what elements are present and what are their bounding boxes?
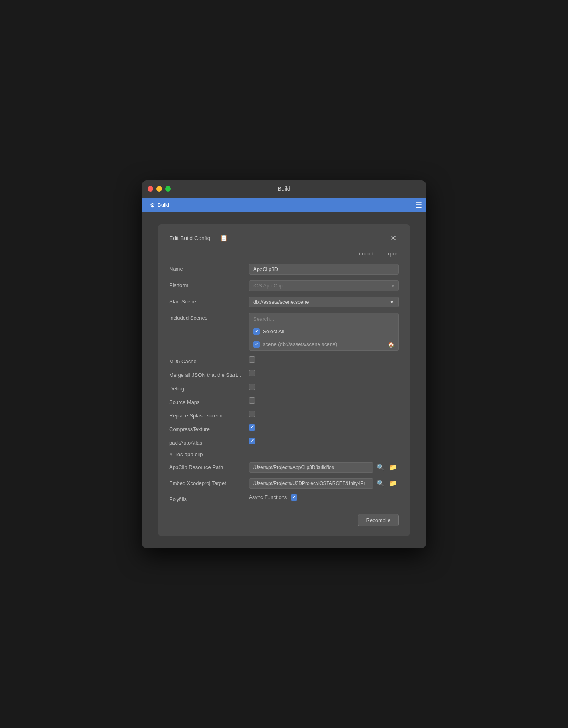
title-bar: Build (142, 180, 426, 198)
pack-auto-atlas-row: packAutoAtlas (169, 438, 399, 446)
platform-select-wrapper: iOS App Clip ▾ (249, 280, 399, 291)
scene-item-label: scene (db://assets/scene.scene) (263, 341, 385, 347)
platform-row: Platform iOS App Clip ▾ (169, 280, 399, 291)
polyfills-checkbox[interactable] (291, 494, 297, 500)
main-window: Build ⚙ Build ☰ Edit Build Config | 📋 ✕ … (142, 180, 426, 548)
dialog: Edit Build Config | 📋 ✕ import | export … (158, 224, 410, 536)
polyfills-value-wrapper: Async Functions (249, 494, 399, 500)
toolbar: ⚙ Build ☰ (142, 198, 426, 212)
close-button[interactable] (148, 186, 153, 192)
debug-control (249, 384, 399, 390)
pack-auto-atlas-checkbox[interactable] (249, 438, 255, 444)
select-all-label: Select All (263, 328, 284, 334)
build-tab-label: Build (158, 202, 169, 208)
dialog-header: Edit Build Config | 📋 ✕ (169, 234, 399, 243)
name-input[interactable] (249, 264, 399, 275)
included-scenes-row: Included Scenes Select All scene (db://a… (169, 313, 399, 351)
md5-cache-row: MD5 Cache (169, 356, 399, 364)
recompile-bar: Recompile (169, 514, 399, 526)
embed-xcodeproj-search-button[interactable]: 🔍 (375, 479, 386, 488)
appclip-resource-path-control: 🔍 📁 (249, 462, 399, 473)
start-scene-value: db://assets/scene.scene (253, 299, 309, 305)
md5-cache-checkbox[interactable] (249, 356, 255, 363)
scene-item-row: scene (db://assets/scene.scene) 🏠 (249, 338, 398, 350)
included-scenes-label: Included Scenes (169, 313, 249, 321)
ios-app-clip-section: ▼ ios-app-clip AppClip Resource Path 🔍 📁 (169, 451, 399, 502)
replace-splash-control (249, 411, 399, 417)
embed-xcodeproj-row: Embed Xcodeproj Target 🔍 📁 (169, 478, 399, 489)
export-button[interactable]: export (385, 251, 399, 257)
dialog-close-button[interactable]: ✕ (388, 234, 399, 243)
minimize-button[interactable] (156, 186, 162, 192)
appclip-resource-folder-button[interactable]: 📁 (388, 463, 399, 472)
scenes-search-input[interactable] (249, 313, 398, 325)
content-area: Edit Build Config | 📋 ✕ import | export … (142, 212, 426, 548)
platform-control: iOS App Clip ▾ (249, 280, 399, 291)
menu-icon[interactable]: ☰ (416, 201, 422, 210)
debug-checkbox[interactable] (249, 384, 255, 390)
compress-texture-row: CompressTexture (169, 424, 399, 432)
appclip-resource-path-input[interactable] (249, 462, 373, 473)
polyfills-label: Polyfills (169, 494, 249, 502)
compress-texture-checkbox[interactable] (249, 424, 255, 431)
start-scene-control: db://assets/scene.scene ▼ (249, 297, 399, 307)
replace-splash-label: Replace Splash screen (169, 411, 249, 419)
source-maps-control (249, 397, 399, 404)
dialog-title-text: Edit Build Config (169, 235, 211, 241)
merge-json-control (249, 370, 399, 376)
appclip-resource-path-label: AppClip Resource Path (169, 462, 249, 470)
recompile-button[interactable]: Recompile (358, 514, 399, 526)
merge-json-label: Merge all JSON that the Start... (169, 370, 249, 378)
embed-xcodeproj-label: Embed Xcodeproj Target (169, 478, 249, 486)
scenes-dropdown: Select All scene (db://assets/scene.scen… (249, 313, 399, 351)
start-scene-row: Start Scene db://assets/scene.scene ▼ (169, 297, 399, 307)
select-all-checkbox[interactable] (253, 328, 260, 335)
import-export-bar: import | export (169, 251, 399, 257)
traffic-lights (148, 186, 171, 192)
source-maps-row: Source Maps (169, 397, 399, 405)
merge-json-checkbox[interactable] (249, 370, 255, 376)
import-button[interactable]: import (359, 251, 373, 257)
start-scene-select[interactable]: db://assets/scene.scene ▼ (249, 297, 399, 307)
title-separator: | (215, 235, 216, 241)
platform-select[interactable]: iOS App Clip ▾ (249, 280, 399, 291)
build-tab[interactable]: ⚙ Build (146, 200, 173, 210)
appclip-resource-path-row: AppClip Resource Path 🔍 📁 (169, 462, 399, 473)
md5-cache-label: MD5 Cache (169, 356, 249, 364)
name-row: Name (169, 264, 399, 275)
scene-home-icon: 🏠 (388, 341, 394, 348)
merge-json-row: Merge all JSON that the Start... (169, 370, 399, 378)
start-scene-label: Start Scene (169, 297, 249, 305)
replace-splash-checkbox[interactable] (249, 411, 255, 417)
source-maps-label: Source Maps (169, 397, 249, 405)
polyfills-control: Async Functions (249, 494, 399, 500)
dialog-config-icon: 📋 (220, 234, 228, 242)
start-scene-arrow-icon: ▼ (389, 299, 394, 305)
platform-value: iOS App Clip (253, 283, 283, 289)
pack-auto-atlas-label: packAutoAtlas (169, 438, 249, 446)
scene-item-checkbox[interactable] (253, 341, 260, 348)
window-title: Build (278, 186, 290, 192)
maximize-button[interactable] (165, 186, 171, 192)
embed-xcodeproj-wrapper: 🔍 📁 (249, 478, 399, 489)
embed-xcodeproj-input[interactable] (249, 478, 373, 489)
compress-texture-control (249, 424, 399, 431)
start-scene-select-wrapper: db://assets/scene.scene ▼ (249, 297, 399, 307)
ios-app-clip-toggle[interactable]: ▼ ios-app-clip (169, 451, 399, 457)
polyfills-row: Polyfills Async Functions (169, 494, 399, 502)
import-export-separator: | (378, 251, 379, 257)
md5-cache-control (249, 356, 399, 363)
build-tab-icon: ⚙ (150, 202, 155, 208)
embed-xcodeproj-control: 🔍 📁 (249, 478, 399, 489)
included-scenes-control: Select All scene (db://assets/scene.scen… (249, 313, 399, 351)
toggle-arrow-icon: ▼ (169, 452, 173, 457)
embed-xcodeproj-folder-button[interactable]: 📁 (388, 479, 399, 488)
appclip-resource-path-wrapper: 🔍 📁 (249, 462, 399, 473)
ios-app-clip-label: ios-app-clip (176, 451, 203, 457)
polyfills-value-label: Async Functions (249, 494, 287, 500)
source-maps-checkbox[interactable] (249, 397, 255, 404)
compress-texture-label: CompressTexture (169, 424, 249, 432)
appclip-resource-search-button[interactable]: 🔍 (375, 463, 386, 472)
platform-label: Platform (169, 280, 249, 288)
name-control (249, 264, 399, 275)
